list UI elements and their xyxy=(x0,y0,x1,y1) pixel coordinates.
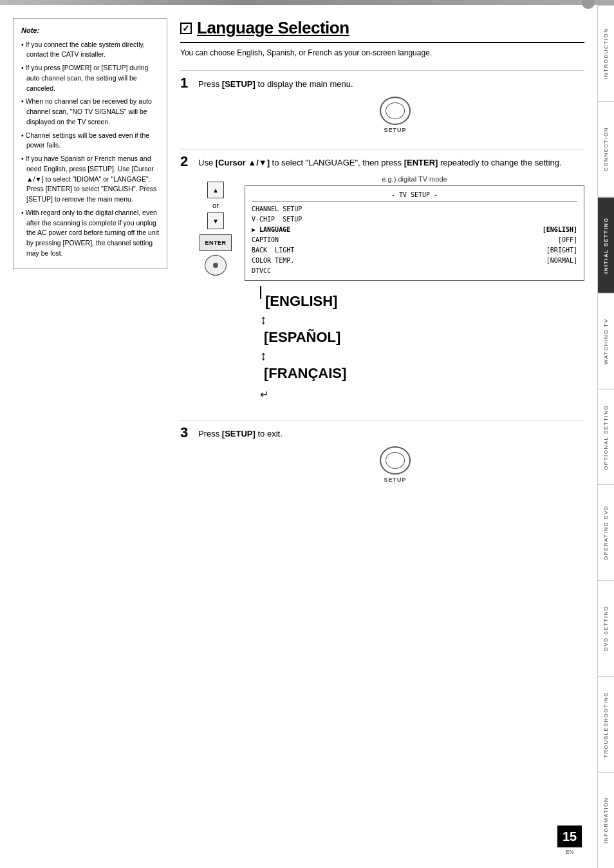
sidebar-tab-optional-setting[interactable]: OPTIONAL SETTING xyxy=(598,389,614,485)
setup-button-label: SETUP xyxy=(384,127,406,133)
step-1-header: 1 Press [SETUP] to display the main menu… xyxy=(180,70,584,90)
note-item: If you connect the cable system directly… xyxy=(21,40,159,61)
step-1-text: Press [SETUP] to display the main menu. xyxy=(198,76,353,90)
step-2-text: Use [Cursor ▲/▼] to select "LANGUAGE", t… xyxy=(198,155,562,169)
note-item: Channel settings will be saved even if t… xyxy=(21,131,159,151)
cursor-buttons: ▲ or ▼ ENTER xyxy=(200,182,232,276)
language-options: [ENGLISH] ↕ [ESPAÑOL] ↕ [FRANÇAIS] ↵ xyxy=(257,288,584,404)
checkbox-icon: ✓ xyxy=(180,23,192,34)
tv-screen-mockup: - TV SETUP - CHANNEL SETUP V-CHIP SETUP … xyxy=(245,185,584,281)
sidebar-tab-dvd-setting[interactable]: DVD SETTING xyxy=(598,580,614,676)
setup-button-circle-2 xyxy=(380,446,411,475)
note-title: Note: xyxy=(21,25,159,36)
note-item: If you have Spanish or French menus and … xyxy=(21,154,159,205)
sidebar-tab-operating-dvd[interactable]: OPERATING DVD xyxy=(598,484,614,580)
page-title: Language Selection xyxy=(197,18,349,38)
lang-francais: [FRANÇAIS] xyxy=(264,361,584,386)
enter-button-label[interactable]: ENTER xyxy=(200,234,232,251)
tv-row: BACK LIGHT[BRIGHT] xyxy=(252,245,577,256)
enter-button-circle[interactable] xyxy=(205,255,227,276)
step-2: 2 Use [Cursor ▲/▼] to select "LANGUAGE",… xyxy=(180,149,584,404)
tv-row: COLOR TEMP.[NORMAL] xyxy=(252,256,577,266)
tv-row: DTVCC xyxy=(252,266,577,276)
tv-screen-area: e.g.) digital TV mode - TV SETUP - CHANN… xyxy=(245,175,584,404)
step-1: 1 Press [SETUP] to display the main menu… xyxy=(180,70,584,133)
or-text: or xyxy=(212,202,219,209)
lang-espanol: [ESPAÑOL] xyxy=(264,325,584,350)
enter-button-dot xyxy=(213,263,218,268)
sidebar-tab-introduction[interactable]: INTRODUCTION xyxy=(598,5,614,101)
setup-button-inner xyxy=(386,102,405,119)
step-2-content: ▲ or ▼ ENTER e.g.) digital TV mode xyxy=(200,175,584,404)
step-2-header: 2 Use [Cursor ▲/▼] to select "LANGUAGE",… xyxy=(180,149,584,169)
sidebar-tab-troubleshooting[interactable]: TROUBLESHOOTING xyxy=(598,676,614,772)
eg-label: e.g.) digital TV mode xyxy=(245,175,584,183)
page-title-wrapper: ✓ Language Selection xyxy=(180,18,584,43)
note-box: Note: If you connect the cable system di… xyxy=(13,18,167,269)
lang-english: [ENGLISH] xyxy=(265,288,337,314)
subtitle: You can choose English, Spanish, or Fren… xyxy=(180,48,584,57)
arrow-to-francais: ↕ xyxy=(260,350,584,361)
step-1-number: 1 xyxy=(180,76,193,90)
sidebar-tab-initial-setting[interactable]: INITIAL SETTING xyxy=(598,197,614,293)
tv-menu-title: - TV SETUP - xyxy=(252,190,577,202)
setup-button-graphic: SETUP xyxy=(206,97,584,133)
note-item: When no channel can be received by auto … xyxy=(21,97,159,127)
step-3-number: 3 xyxy=(180,426,193,440)
setup-button-circle xyxy=(380,97,411,125)
note-list: If you connect the cable system directly… xyxy=(21,40,159,259)
sidebar: INTRODUCTION CONNECTION INITIAL SETTING … xyxy=(597,5,614,868)
arrow-to-espanol: ↕ xyxy=(260,314,584,325)
step-2-number: 2 xyxy=(180,155,193,169)
wrap-arrow: ↵ xyxy=(260,386,584,404)
page-number: 15 xyxy=(557,826,582,847)
setup-button-graphic-2: SETUP xyxy=(206,446,584,483)
setup-button-inner-2 xyxy=(386,452,405,469)
cursor-up-button[interactable]: ▲ xyxy=(207,182,224,198)
sidebar-tab-connection[interactable]: CONNECTION xyxy=(598,101,614,197)
sidebar-tab-information[interactable]: INFORMATION xyxy=(598,772,614,868)
step-3: 3 Press [SETUP] to exit. SETUP xyxy=(180,420,584,483)
note-item: With regard only to the digital channel,… xyxy=(21,208,159,259)
note-section: Note: If you connect the cable system di… xyxy=(13,18,167,855)
page-number-area: 15 EN xyxy=(557,826,582,855)
tv-row: V-CHIP SETUP xyxy=(252,214,577,225)
sidebar-tab-watching-tv[interactable]: WATCHING TV xyxy=(598,293,614,389)
tv-row-language: ▶ LANGUAGE[ENGLISH] xyxy=(252,225,577,235)
instructions-column: ✓ Language Selection You can choose Engl… xyxy=(180,18,584,855)
tv-row: CAPTION[OFF] xyxy=(252,235,577,245)
cursor-down-button[interactable]: ▼ xyxy=(207,212,224,229)
step-3-header: 3 Press [SETUP] to exit. xyxy=(180,420,584,440)
setup-button-label-2: SETUP xyxy=(384,476,406,483)
page-en-label: EN xyxy=(557,849,582,855)
note-item: If you press [POWER] or [SETUP] during a… xyxy=(21,63,159,93)
step-3-text: Press [SETUP] to exit. xyxy=(198,426,283,440)
tv-row: CHANNEL SETUP xyxy=(252,204,577,214)
